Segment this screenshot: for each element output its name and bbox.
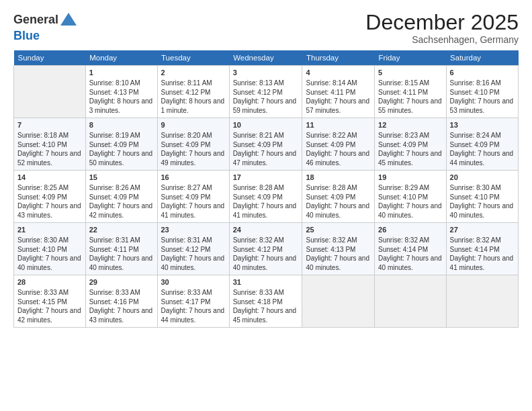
sunset-text: Sunset: 4:10 PM [17,246,67,253]
sunset-text: Sunset: 4:13 PM [306,246,355,253]
day-number: 7 [17,120,82,130]
daylight-text: Daylight: 7 hours and 49 minutes. [161,150,225,167]
sunset-text: Sunset: 4:11 PM [89,246,139,253]
sunset-text: Sunset: 4:18 PM [233,298,283,306]
daylight-text: Daylight: 7 hours and 40 minutes. [233,255,297,271]
sunset-text: Sunset: 4:14 PM [450,246,500,253]
day-number: 14 [17,173,82,183]
sunrise-text: Sunrise: 8:30 AM [17,236,69,244]
day-number: 6 [450,68,515,78]
daylight-text: Daylight: 7 hours and 52 minutes. [17,150,81,167]
sunrise-text: Sunrise: 8:32 AM [450,236,501,244]
daylight-text: Daylight: 7 hours and 40 minutes. [161,255,225,271]
day-number: 27 [450,225,515,235]
calendar-cell: 29Sunrise: 8:33 AMSunset: 4:16 PMDayligh… [85,275,157,328]
sunset-text: Sunset: 4:10 PM [17,141,67,148]
sunrise-text: Sunrise: 8:31 AM [89,236,140,244]
daylight-text: Daylight: 7 hours and 44 minutes. [161,307,225,324]
sunrise-text: Sunrise: 8:32 AM [306,236,357,244]
day-number: 13 [450,120,515,130]
weekday-header-sunday: Sunday [14,50,86,66]
sunrise-text: Sunrise: 8:11 AM [161,79,212,87]
calendar-page: General Blue December 2025 Sachsenhagen,… [0,0,532,411]
sunset-text: Sunset: 4:12 PM [161,246,211,253]
sunset-text: Sunset: 4:09 PM [161,193,211,201]
calendar-cell: 18Sunrise: 8:28 AMSunset: 4:09 PMDayligh… [302,171,375,223]
calendar-cell [375,275,447,328]
day-number: 19 [378,173,443,183]
daylight-text: Daylight: 7 hours and 40 minutes. [450,202,514,219]
calendar-cell: 15Sunrise: 8:26 AMSunset: 4:09 PMDayligh… [85,171,157,223]
sunset-text: Sunset: 4:09 PM [161,141,211,148]
logo: General Blue [13,11,79,43]
calendar-cell: 6Sunrise: 8:16 AMSunset: 4:10 PMDaylight… [446,66,518,118]
calendar-cell: 3Sunrise: 8:13 AMSunset: 4:12 PMDaylight… [229,66,302,118]
calendar-cell: 2Sunrise: 8:11 AMSunset: 4:12 PMDaylight… [157,66,229,118]
calendar-cell: 19Sunrise: 8:29 AMSunset: 4:10 PMDayligh… [375,171,447,223]
sunrise-text: Sunrise: 8:22 AM [306,132,357,139]
sunset-text: Sunset: 4:11 PM [306,89,355,96]
daylight-text: Daylight: 8 hours and 1 minute. [161,97,225,114]
day-number: 11 [306,120,371,130]
calendar-cell: 16Sunrise: 8:27 AMSunset: 4:09 PMDayligh… [157,171,229,223]
day-number: 5 [378,68,443,78]
calendar-cell: 12Sunrise: 8:23 AMSunset: 4:09 PMDayligh… [375,118,447,171]
sunset-text: Sunset: 4:10 PM [450,193,500,201]
calendar-cell: 5Sunrise: 8:15 AMSunset: 4:11 PMDaylight… [375,66,447,118]
calendar-cell: 23Sunrise: 8:31 AMSunset: 4:12 PMDayligh… [157,223,229,275]
daylight-text: Daylight: 7 hours and 53 minutes. [450,97,514,114]
daylight-text: Daylight: 7 hours and 40 minutes. [306,202,369,219]
daylight-text: Daylight: 7 hours and 55 minutes. [378,97,442,114]
day-number: 20 [450,173,515,183]
sunrise-text: Sunrise: 8:20 AM [161,132,212,139]
day-number: 26 [378,225,443,235]
calendar-cell: 7Sunrise: 8:18 AMSunset: 4:10 PMDaylight… [14,118,86,171]
calendar-cell [302,275,375,328]
sunrise-text: Sunrise: 8:27 AM [161,184,212,191]
day-number: 15 [89,173,154,183]
sunset-text: Sunset: 4:12 PM [233,89,283,96]
daylight-text: Daylight: 7 hours and 40 minutes. [378,255,442,271]
weekday-header-thursday: Thursday [302,50,375,66]
sunrise-text: Sunrise: 8:24 AM [450,132,501,139]
svg-marker-0 [60,13,77,26]
sunrise-text: Sunrise: 8:18 AM [17,132,69,139]
day-number: 3 [233,68,299,78]
sunrise-text: Sunrise: 8:19 AM [89,132,140,139]
day-number: 16 [161,173,226,183]
day-number: 9 [161,120,226,130]
sunrise-text: Sunrise: 8:15 AM [378,79,429,87]
calendar-cell: 26Sunrise: 8:32 AMSunset: 4:14 PMDayligh… [375,223,447,275]
calendar-cell: 28Sunrise: 8:33 AMSunset: 4:15 PMDayligh… [14,275,86,328]
daylight-text: Daylight: 7 hours and 40 minutes. [17,255,81,271]
daylight-text: Daylight: 7 hours and 45 minutes. [378,150,442,167]
sunset-text: Sunset: 4:12 PM [233,246,283,253]
logo-blue-text: Blue [13,29,40,42]
day-number: 4 [306,68,371,78]
sunrise-text: Sunrise: 8:26 AM [89,184,140,191]
sunset-text: Sunset: 4:16 PM [89,298,139,306]
day-number: 25 [306,225,371,235]
sunrise-text: Sunrise: 8:21 AM [233,132,284,139]
sunset-text: Sunset: 4:09 PM [233,193,283,201]
sunrise-text: Sunrise: 8:14 AM [306,79,357,87]
daylight-text: Daylight: 7 hours and 42 minutes. [89,202,153,219]
sunset-text: Sunset: 4:09 PM [89,141,139,148]
day-number: 21 [17,225,82,235]
calendar-cell: 25Sunrise: 8:32 AMSunset: 4:13 PMDayligh… [302,223,375,275]
day-number: 10 [233,120,299,130]
calendar-cell: 27Sunrise: 8:32 AMSunset: 4:14 PMDayligh… [446,223,518,275]
weekday-header-saturday: Saturday [446,50,518,66]
daylight-text: Daylight: 7 hours and 40 minutes. [378,202,442,219]
day-number: 8 [89,120,154,130]
month-title: December 2025 [365,11,519,34]
sunset-text: Sunset: 4:09 PM [89,193,139,201]
daylight-text: Daylight: 7 hours and 42 minutes. [17,307,81,324]
sunset-text: Sunset: 4:09 PM [378,141,428,148]
calendar-cell: 21Sunrise: 8:30 AMSunset: 4:10 PMDayligh… [14,223,86,275]
title-block: December 2025 Sachsenhagen, Germany [365,11,519,45]
sunrise-text: Sunrise: 8:32 AM [378,236,429,244]
sunrise-text: Sunrise: 8:25 AM [17,184,69,191]
calendar-cell [446,275,518,328]
daylight-text: Daylight: 7 hours and 50 minutes. [89,150,153,167]
